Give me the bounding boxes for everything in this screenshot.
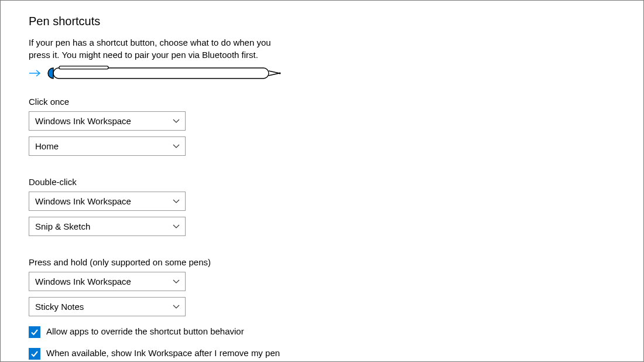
svg-point-5 [279, 72, 280, 74]
chevron-down-icon [173, 305, 180, 309]
intro-text: If your pen has a shortcut button, choos… [29, 36, 275, 61]
arrow-right-icon [29, 69, 42, 79]
double-click-action-dropdown[interactable]: Windows Ink Workspace [29, 192, 186, 211]
dropdown-value: Windows Ink Workspace [35, 276, 131, 286]
chevron-down-icon [173, 279, 180, 284]
chevron-down-icon [173, 119, 180, 124]
svg-rect-1 [53, 68, 269, 78]
click-once-action-dropdown[interactable]: Windows Ink Workspace [29, 111, 186, 131]
allow-override-row: Allow apps to override the shortcut butt… [29, 326, 298, 338]
svg-line-4 [269, 73, 279, 76]
press-hold-label: Press and hold (only supported on some p… [29, 257, 643, 267]
click-once-target-dropdown[interactable]: Home [29, 136, 186, 156]
dropdown-value: Windows Ink Workspace [35, 116, 131, 126]
press-hold-target-dropdown[interactable]: Sticky Notes [29, 297, 186, 316]
double-click-target-dropdown[interactable]: Snip & Sketch [29, 217, 186, 236]
allow-override-label: Allow apps to override the shortcut butt… [46, 326, 244, 337]
checkmark-icon [30, 350, 39, 358]
svg-rect-2 [59, 66, 108, 69]
press-hold-action-dropdown[interactable]: Windows Ink Workspace [29, 272, 186, 291]
dropdown-value: Snip & Sketch [35, 221, 90, 231]
settings-pane: Pen shortcuts If your pen has a shortcut… [0, 0, 644, 362]
dropdown-value: Sticky Notes [35, 302, 84, 312]
chevron-down-icon [173, 224, 180, 229]
show-workspace-checkbox[interactable] [29, 348, 40, 360]
checkmark-icon [30, 328, 39, 336]
click-once-label: Click once [29, 97, 643, 107]
double-click-label: Double-click [29, 177, 643, 187]
allow-override-checkbox[interactable] [29, 326, 40, 338]
dropdown-value: Home [35, 141, 59, 151]
show-workspace-row: When available, show Ink Workspace after… [29, 347, 298, 362]
pen-illustration-row [29, 66, 643, 83]
show-workspace-label: When available, show Ink Workspace after… [46, 347, 298, 362]
chevron-down-icon [173, 144, 180, 149]
svg-line-3 [269, 71, 279, 73]
pen-icon [45, 66, 284, 83]
page-title: Pen shortcuts [29, 15, 643, 28]
chevron-down-icon [173, 199, 180, 204]
dropdown-value: Windows Ink Workspace [35, 196, 131, 206]
